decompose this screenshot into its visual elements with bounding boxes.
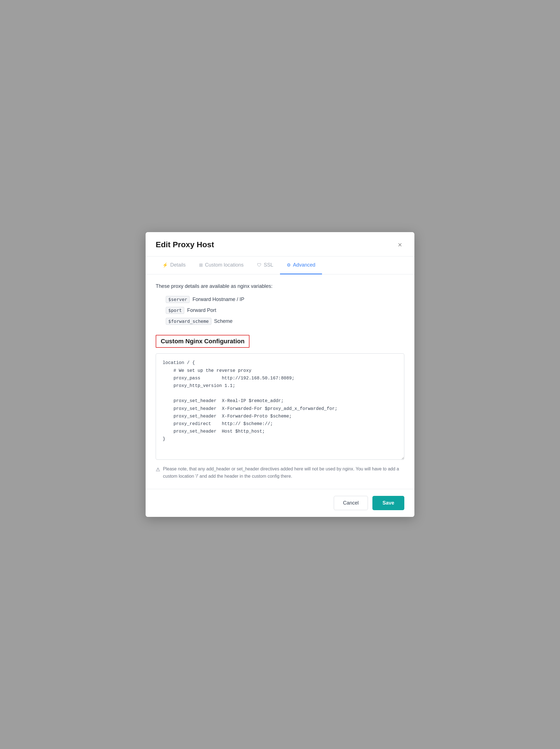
gear-icon: ⚙ [287,262,290,268]
tab-details-label: Details [170,262,186,268]
tab-ssl-label: SSL [264,262,273,268]
list-item: $server Forward Hostname / IP [166,296,404,303]
dialog-footer: Cancel Save [146,489,414,517]
warning-text: Please note, that any add_header or set_… [163,465,404,480]
tab-advanced[interactable]: ⚙ Advanced [280,256,322,274]
warning-icon: ⚠ [156,466,160,474]
dialog-body: These proxy details are available as ngi… [146,274,414,489]
close-button[interactable]: × [396,240,404,250]
var-desc-forward-scheme: Scheme [214,318,233,324]
cancel-button[interactable]: Cancel [334,496,368,510]
list-item: $port Forward Port [166,307,404,314]
shield-icon: 🛡 [257,263,261,268]
var-badge-port: $port [166,307,184,314]
edit-proxy-host-dialog: Edit Proxy Host × ⚡ Details ⊞ Custom loc… [146,232,414,517]
tabs-container: ⚡ Details ⊞ Custom locations 🛡 SSL ⚙ Adv… [146,256,414,274]
dialog-title: Edit Proxy Host [156,240,214,249]
tab-custom-locations[interactable]: ⊞ Custom locations [192,256,250,274]
dialog-header: Edit Proxy Host × [146,232,414,256]
nginx-config-textarea[interactable] [156,354,404,460]
tab-advanced-label: Advanced [293,262,315,268]
variables-list: $server Forward Hostname / IP $port Forw… [156,296,404,325]
var-badge-server: $server [166,296,190,303]
var-desc-server: Forward Hostname / IP [192,297,244,302]
var-badge-forward-scheme: $forward_scheme [166,318,211,325]
section-label: Custom Nginx Configuration [156,335,250,348]
list-item: $forward_scheme Scheme [166,318,404,325]
save-button[interactable]: Save [372,496,404,510]
var-desc-port: Forward Port [187,307,216,313]
tab-ssl[interactable]: 🛡 SSL [250,256,280,274]
info-text: These proxy details are available as ngi… [156,283,404,289]
warning-container: ⚠ Please note, that any add_header or se… [156,465,404,480]
tab-details[interactable]: ⚡ Details [156,256,192,274]
lightning-icon: ⚡ [163,262,168,268]
layers-icon: ⊞ [199,262,203,268]
tab-custom-locations-label: Custom locations [205,262,243,268]
